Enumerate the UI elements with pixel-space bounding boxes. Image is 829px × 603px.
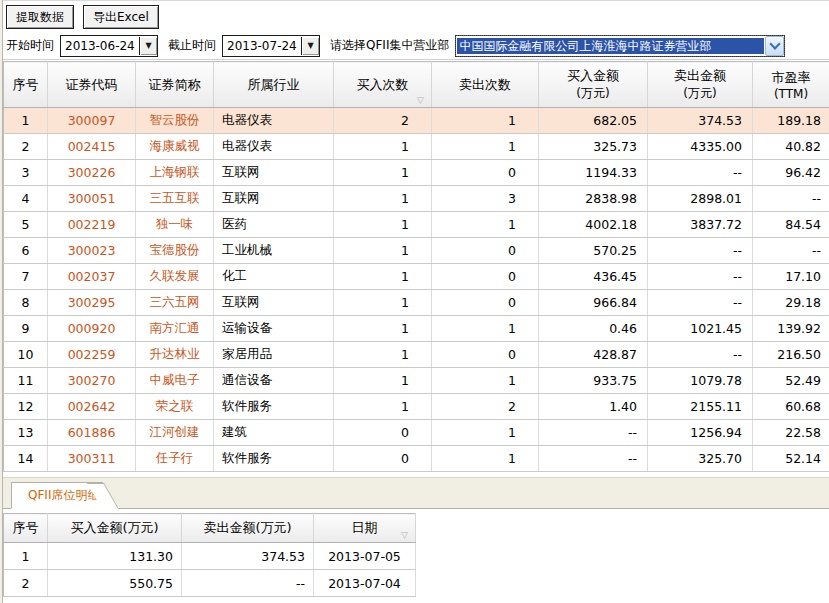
seat-col-header-index[interactable]: 序号: [4, 514, 48, 543]
cell-industry: 家居用品: [214, 342, 334, 368]
cell-buy_count: 1: [334, 316, 432, 342]
col-header-name[interactable]: 证券简称: [136, 62, 214, 108]
end-date-value: 2013-07-24: [223, 37, 301, 55]
page: 提取数据 导出Excel 开始时间 2013-06-24 ▼ 截止时间 2013…: [3, 0, 829, 597]
table-row[interactable]: 9000920南方汇通运输设备110.461021.45139.92: [4, 316, 829, 342]
cell-sell_amount: --: [648, 290, 753, 316]
table-row[interactable]: 8300295三六五网互联网10966.84--29.18: [4, 290, 829, 316]
cell-buy_count: 1: [334, 342, 432, 368]
start-date-dropdown-button[interactable]: ▼: [139, 37, 157, 55]
cell-sell_amount: --: [648, 342, 753, 368]
cell-sell_count: 1: [432, 212, 539, 238]
broker-selected-value: 中国国际金融有限公司上海淮海中路证券营业部: [457, 38, 764, 54]
col-header-buy-amount[interactable]: 买入金额(万元): [539, 62, 648, 108]
cell-sell_amount: 1021.45: [648, 316, 753, 342]
cell-buy_amount: 325.73: [539, 134, 648, 160]
cell-idx: 7: [4, 264, 48, 290]
cell-buy_count: 1: [334, 212, 432, 238]
col-header-buy-count[interactable]: 买入次数▽: [334, 62, 432, 108]
sort-down-icon[interactable]: ▽: [417, 96, 424, 105]
col-header-code[interactable]: 证券代码: [48, 62, 136, 108]
table-row[interactable]: 7002037久联发展化工10436.45--17.10: [4, 264, 829, 290]
table-row[interactable]: 6300023宝德股份工业机械10570.25----: [4, 238, 829, 264]
cell-pe: 84.54: [753, 212, 829, 238]
cell-code: 300097: [48, 108, 136, 134]
cell-pe: --: [753, 238, 829, 264]
cell-industry: 医药: [214, 212, 334, 238]
cell-code: 300270: [48, 368, 136, 394]
cell-name: 海康威视: [136, 134, 214, 160]
cell-code: 002415: [48, 134, 136, 160]
cell-sell_amount: --: [648, 160, 753, 186]
cell-sell_count: 1: [432, 368, 539, 394]
cell-pe: 60.68: [753, 394, 829, 420]
table-row[interactable]: 4300051三五互联互联网132838.982898.01--: [4, 186, 829, 212]
cell-code: 000920: [48, 316, 136, 342]
cell-industry: 互联网: [214, 186, 334, 212]
end-date-dropdown-button[interactable]: ▼: [301, 37, 319, 55]
cell-idx: 9: [4, 316, 48, 342]
table-row[interactable]: 1300097智云股份电器仪表21682.05374.53189.18: [4, 108, 829, 134]
export-excel-button[interactable]: 导出Excel: [83, 5, 159, 29]
seat-col-header-sell-amount[interactable]: 卖出金额(万元): [182, 514, 314, 543]
cell-name: 南方汇通: [136, 316, 214, 342]
table-row[interactable]: 2002415海康威视电器仪表11325.734335.0040.82: [4, 134, 829, 160]
col-header-index[interactable]: 序号: [4, 62, 48, 108]
tab-qfii-seat-detail[interactable]: QFII席位明细: [11, 482, 103, 509]
seat-panel-tab-band: QFII席位明细: [3, 477, 829, 509]
table-row[interactable]: 13601886江河创建建筑01--1256.9422.58: [4, 420, 829, 446]
cell-idx: 10: [4, 342, 48, 368]
table-row[interactable]: 3300226上海钢联互联网101194.33--96.42: [4, 160, 829, 186]
table-row[interactable]: 10002259升达林业家居用品10428.87--216.50: [4, 342, 829, 368]
table-row[interactable]: 14300311任子行软件服务01--325.7052.14: [4, 446, 829, 472]
broker-dropdown-button[interactable]: [765, 36, 784, 56]
broker-select[interactable]: 中国国际金融有限公司上海淮海中路证券营业部: [455, 35, 785, 57]
cell-pe: 40.82: [753, 134, 829, 160]
dropdown-arrow-icon: ▼: [145, 41, 151, 50]
col-header-pe[interactable]: 市盈率(TTM): [753, 62, 829, 108]
cell-sell_amount: 1079.78: [648, 368, 753, 394]
end-date-select[interactable]: 2013-07-24 ▼: [222, 35, 320, 57]
cell-buy_count: 1: [334, 264, 432, 290]
cell-buy_count: 0: [334, 420, 432, 446]
col-header-industry[interactable]: 所属行业: [214, 62, 334, 108]
cell-name: 荣之联: [136, 394, 214, 420]
cell-code: 002219: [48, 212, 136, 238]
cell-pe: 52.14: [753, 446, 829, 472]
end-date-label: 截止时间: [168, 37, 216, 54]
cell-sell_amount: 3837.72: [648, 212, 753, 238]
cell-buy_amount: --: [539, 446, 648, 472]
table-row[interactable]: 2550.75--2013-07-04: [4, 570, 416, 597]
cell-industry: 软件服务: [214, 446, 334, 472]
table-row[interactable]: 1131.30374.532013-07-05: [4, 543, 416, 570]
cell-pe: 17.10: [753, 264, 829, 290]
seat-col-header-buy-amount[interactable]: 买入金额(万元): [48, 514, 182, 543]
cell-industry: 通信设备: [214, 368, 334, 394]
cell-pe: 52.49: [753, 368, 829, 394]
col-header-sell-amount[interactable]: 卖出金额(万元): [648, 62, 753, 108]
main-table-header-row: 序号 证券代码 证券简称 所属行业 买入次数▽ 卖出次数 买入金额(万元) 卖出…: [4, 62, 829, 108]
cell-sell_count: 1: [432, 316, 539, 342]
seat-col-header-date[interactable]: 日期▽: [314, 514, 416, 543]
cell-pe: 22.58: [753, 420, 829, 446]
cell-industry: 软件服务: [214, 394, 334, 420]
cell-code: 002642: [48, 394, 136, 420]
cell-name: 独一味: [136, 212, 214, 238]
cell-sell_amount: --: [648, 264, 753, 290]
cell-buy_amount: 570.25: [539, 238, 648, 264]
cell-code: 300311: [48, 446, 136, 472]
extract-data-button[interactable]: 提取数据: [6, 5, 74, 29]
cell-buy_amount: 933.75: [539, 368, 648, 394]
cell-sell_amount: 374.53: [182, 543, 314, 570]
table-row[interactable]: 12002642荣之联软件服务121.402155.1160.68: [4, 394, 829, 420]
cell-name: 上海钢联: [136, 160, 214, 186]
cell-idx: 1: [4, 108, 48, 134]
table-row[interactable]: 11300270中威电子通信设备11933.751079.7852.49: [4, 368, 829, 394]
table-row[interactable]: 5002219独一味医药114002.183837.7284.54: [4, 212, 829, 238]
col-header-sell-count[interactable]: 卖出次数: [432, 62, 539, 108]
start-date-select[interactable]: 2013-06-24 ▼: [60, 35, 158, 57]
cell-buy_amount: 0.46: [539, 316, 648, 342]
cell-idx: 12: [4, 394, 48, 420]
cell-buy_amount: 131.30: [48, 543, 182, 570]
sort-down-icon[interactable]: ▽: [401, 531, 408, 540]
